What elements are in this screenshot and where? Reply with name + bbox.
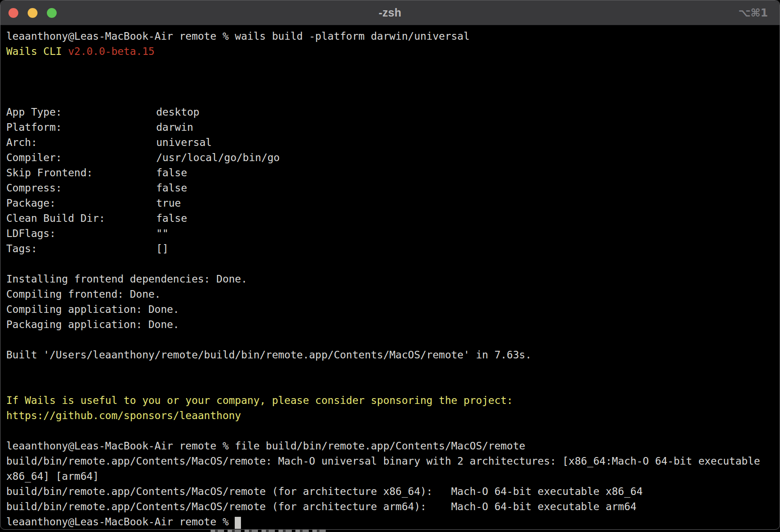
terminal-line: leaanthony@Leas-MacBook-Air remote % fil… xyxy=(6,438,777,453)
window-title: -zsh xyxy=(0,6,780,19)
config-value: true xyxy=(156,197,181,209)
terminal-line xyxy=(6,423,777,438)
terminal-line xyxy=(6,256,777,271)
terminal-line xyxy=(6,74,777,89)
config-value: false xyxy=(156,167,187,179)
config-key: Package: xyxy=(6,195,156,211)
terminal-window: -zsh ⌥⌘1 leaanthony@Leas-MacBook-Air rem… xyxy=(0,0,780,530)
config-value: false xyxy=(156,182,187,194)
terminal-line: Compiling application: Done. xyxy=(6,302,777,317)
config-key: Platform: xyxy=(6,120,156,135)
config-key: App Type: xyxy=(6,104,156,120)
terminal-line: Arch:universal xyxy=(6,135,777,150)
terminal-line: Tags:[] xyxy=(6,241,777,256)
terminal-line: build/bin/remote.app/Contents/MacOS/remo… xyxy=(6,453,777,469)
tab-shortcut-hint: ⌥⌘1 xyxy=(738,0,768,25)
close-button[interactable] xyxy=(8,8,18,18)
terminal-line: Wails CLI v2.0.0-beta.15 xyxy=(6,44,777,59)
terminal-line xyxy=(6,59,777,74)
terminal-line: Platform:darwin xyxy=(6,120,777,135)
config-key: Tags: xyxy=(6,241,156,256)
terminal-line: Compiler:/usr/local/go/bin/go xyxy=(6,150,777,165)
terminal-line: build/bin/remote.app/Contents/MacOS/remo… xyxy=(6,499,777,514)
config-key: Compress: xyxy=(6,180,156,195)
config-value: "" xyxy=(156,228,169,239)
terminal-cursor xyxy=(235,517,241,529)
config-key: LDFlags: xyxy=(6,226,156,241)
terminal-line xyxy=(6,89,777,104)
shell-prompt: leaanthony@Leas-MacBook-Air remote % xyxy=(6,516,235,528)
terminal-line: Built '/Users/leaanthony/remote/build/bi… xyxy=(6,347,777,362)
zoom-button[interactable] xyxy=(47,8,57,18)
terminal-line: App Type:desktop xyxy=(6,104,777,120)
terminal-line: Package:true xyxy=(6,195,777,211)
config-value: darwin xyxy=(156,121,193,133)
config-key: Compiler: xyxy=(6,150,156,165)
terminal-line xyxy=(6,378,777,393)
terminal-line: x86_64] [arm64] xyxy=(6,469,777,484)
terminal-line: https://github.com/sponsors/leaanthony xyxy=(6,408,777,423)
terminal-line: build/bin/remote.app/Contents/MacOS/remo… xyxy=(6,484,777,499)
config-value: false xyxy=(156,212,187,224)
config-key: Skip Frontend: xyxy=(6,165,156,180)
desktop-background: -zsh ⌥⌘1 leaanthony@Leas-MacBook-Air rem… xyxy=(0,0,780,532)
terminal-line: Compress:false xyxy=(6,180,777,195)
minimize-button[interactable] xyxy=(28,8,37,18)
config-value: /usr/local/go/bin/go xyxy=(156,152,280,163)
terminal-text-span: v2.0.0-beta.15 xyxy=(68,46,154,57)
background-artifact xyxy=(211,530,328,532)
terminal-line: Packaging application: Done. xyxy=(6,317,777,332)
terminal-line: LDFlags:"" xyxy=(6,226,777,241)
config-key: Clean Build Dir: xyxy=(6,211,156,226)
window-titlebar[interactable]: -zsh ⌥⌘1 xyxy=(0,0,780,25)
terminal-screen[interactable]: leaanthony@Leas-MacBook-Air remote % wai… xyxy=(0,25,780,530)
terminal-line: leaanthony@Leas-MacBook-Air remote % wai… xyxy=(6,29,777,44)
config-value: universal xyxy=(156,137,212,148)
config-value: desktop xyxy=(156,106,199,118)
terminal-text-span: Wails CLI xyxy=(6,46,68,57)
terminal-line xyxy=(6,332,777,347)
terminal-line xyxy=(6,362,777,378)
terminal-line: Clean Build Dir:false xyxy=(6,211,777,226)
traffic-lights xyxy=(8,0,57,25)
config-value: [] xyxy=(156,243,169,254)
terminal-line: leaanthony@Leas-MacBook-Air remote % xyxy=(6,514,777,529)
terminal-line: Skip Frontend:false xyxy=(6,165,777,180)
terminal-line: If Wails is useful to you or your compan… xyxy=(6,393,777,408)
config-key: Arch: xyxy=(6,135,156,150)
terminal-line: Installing frontend dependencies: Done. xyxy=(6,271,777,287)
terminal-line: Compiling frontend: Done. xyxy=(6,287,777,302)
